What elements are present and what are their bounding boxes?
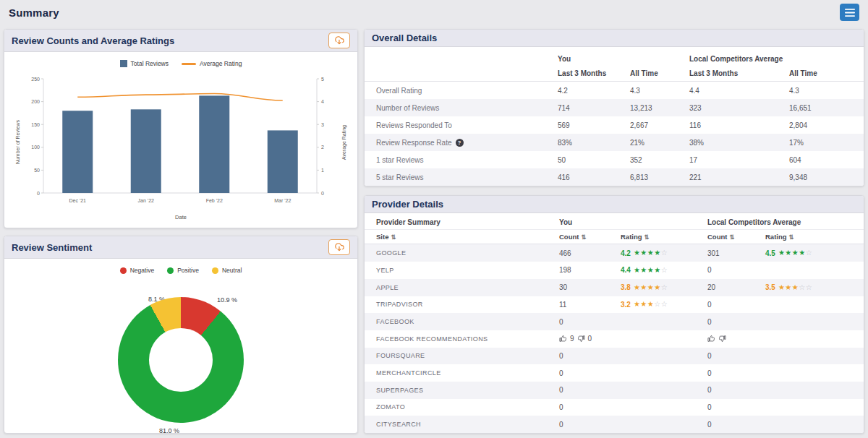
provider-site: YELP bbox=[365, 267, 548, 274]
star-rating: ★★★☆☆ bbox=[778, 284, 812, 291]
rating-cell: 4.5★★★★☆ bbox=[754, 249, 864, 257]
menu-button[interactable] bbox=[840, 4, 859, 21]
rating-number: 3.2 bbox=[621, 301, 631, 309]
metric-value: 569 bbox=[546, 121, 618, 129]
subcol-you-3months: Last 3 Months bbox=[546, 69, 618, 77]
provider-row: ZOMATO00 bbox=[365, 399, 864, 416]
sort-comp-rating[interactable]: Rating ⇅ bbox=[754, 233, 864, 241]
bar-mark bbox=[62, 111, 93, 193]
metric-value: 13,213 bbox=[618, 104, 678, 112]
thumbs-down-icon bbox=[718, 335, 726, 343]
metric-value: 323 bbox=[678, 104, 778, 112]
provider-row: FACEBOOK RECOMMENDATIONS90 bbox=[365, 330, 864, 348]
count-cell: 11 bbox=[548, 301, 609, 309]
sort-site[interactable]: Site ⇅ bbox=[365, 233, 548, 241]
metric-value: 6,813 bbox=[618, 173, 678, 181]
panel-title: Provider Details bbox=[372, 199, 443, 210]
negative-legend-marker bbox=[120, 267, 127, 274]
metric-value: 604 bbox=[778, 156, 864, 164]
subcol-comp-alltime: All Time bbox=[778, 69, 864, 77]
metric-label-text: 5 star Reviews bbox=[376, 173, 424, 181]
x-axis-tick: Dec '21 bbox=[69, 198, 86, 203]
left-axis-tick: 50 bbox=[34, 168, 40, 173]
count-cell: 0 bbox=[548, 421, 609, 429]
overall-details-row: Review Response Rate?83%21%38%17% bbox=[365, 134, 864, 151]
sort-you-count[interactable]: Count ⇅ bbox=[548, 233, 609, 241]
metric-value: 4.3 bbox=[778, 87, 864, 95]
column-label: Site bbox=[376, 233, 388, 241]
legend-item-total-reviews[interactable]: Total Reviews bbox=[120, 60, 169, 67]
metric-value: 17 bbox=[678, 156, 778, 164]
count-cell: 0 bbox=[696, 301, 754, 309]
rating-number: 3.5 bbox=[765, 283, 775, 291]
provider-site: CITYSEARCH bbox=[365, 421, 548, 428]
thumbs-up-icon bbox=[559, 335, 567, 343]
provider-row: CITYSEARCH00 bbox=[365, 416, 864, 433]
provider-row: FACEBOOK00 bbox=[365, 313, 864, 330]
metric-value: 17% bbox=[778, 139, 864, 147]
legend-item-neutral[interactable]: Neutral bbox=[212, 267, 242, 274]
sort-comp-count[interactable]: Count ⇅ bbox=[696, 233, 754, 241]
provider-site: TRIPADVISOR bbox=[365, 301, 548, 308]
sentiment-chart-area: 8.1 % 10.9 % 81.0 % bbox=[4, 274, 357, 433]
x-axis-title: Date bbox=[4, 214, 357, 220]
count-cell: 20 bbox=[696, 283, 754, 291]
star-rating: ★★★★☆ bbox=[778, 249, 812, 257]
provider-site: MERCHANTCIRCLE bbox=[365, 369, 548, 377]
export-review-counts-button[interactable] bbox=[328, 33, 350, 48]
legend-label: Total Reviews bbox=[131, 60, 169, 67]
provider-site: SUPERPAGES bbox=[365, 387, 548, 394]
sentiment-donut[interactable] bbox=[118, 297, 244, 423]
star-rating: ★★★★☆ bbox=[634, 249, 668, 257]
sort-icon: ⇅ bbox=[729, 233, 734, 241]
provider-row: GOOGLE4664.2★★★★☆3014.5★★★★☆ bbox=[365, 244, 864, 262]
metric-value: 416 bbox=[546, 173, 618, 181]
metric-value: 2,804 bbox=[778, 121, 864, 129]
count-cell: 0 bbox=[548, 369, 609, 377]
sort-you-rating[interactable]: Rating ⇅ bbox=[609, 233, 696, 241]
review-sentiment-panel: Review Sentiment Negative Positive bbox=[4, 236, 358, 434]
column-label: Count bbox=[559, 233, 579, 241]
rating-cell: 4.4★★★★☆ bbox=[609, 266, 696, 274]
left-axis-title: Number of Reviews bbox=[15, 120, 20, 164]
legend-item-positive[interactable]: Positive bbox=[167, 267, 199, 274]
export-sentiment-button[interactable] bbox=[328, 239, 350, 255]
overall-details-row: 1 star Reviews5035217604 bbox=[365, 151, 864, 168]
count-cell: 0 bbox=[548, 403, 609, 411]
provider-row: MERCHANTCIRCLE00 bbox=[365, 364, 864, 382]
panel-title: Review Counts and Average Ratings bbox=[12, 35, 174, 46]
provider-site: FACEBOOK RECOMMENDATIONS bbox=[365, 335, 548, 343]
overall-details-row: Overall Rating4.24.34.44.3 bbox=[365, 82, 864, 99]
legend-item-average-rating[interactable]: Average Rating bbox=[182, 60, 242, 67]
review-counts-chart[interactable]: 050100150200250012345Dec '21Jan '22Feb '… bbox=[20, 72, 341, 213]
group-provider-summary: Provider Summary bbox=[365, 218, 548, 226]
legend-item-negative[interactable]: Negative bbox=[120, 267, 155, 274]
count-cell: 30 bbox=[548, 283, 609, 291]
metric-value: 83% bbox=[546, 139, 618, 147]
column-label: Rating bbox=[765, 233, 787, 241]
positive-legend-marker bbox=[167, 267, 174, 274]
group-competitors: Local Competitors Average bbox=[678, 55, 864, 63]
neutral-legend-marker bbox=[212, 267, 218, 274]
overall-details-row: 5 star Reviews4166,8132219,348 bbox=[365, 168, 864, 186]
left-axis-tick: 200 bbox=[31, 99, 40, 104]
top-bar: Summary bbox=[0, 0, 868, 25]
metric-label: Reviews Responded To bbox=[365, 121, 546, 129]
thumbs-down-icon bbox=[577, 335, 585, 343]
group-you: You bbox=[546, 55, 678, 63]
rating-number: 3.8 bbox=[621, 283, 631, 291]
metric-value: 50 bbox=[546, 156, 618, 164]
overall-details-group-header: You Local Competitors Average bbox=[365, 47, 864, 66]
metric-label: Overall Rating bbox=[365, 87, 546, 95]
help-icon[interactable]: ? bbox=[456, 139, 464, 147]
count-cell: 301 bbox=[696, 249, 754, 257]
metric-label: 1 star Reviews bbox=[365, 156, 546, 164]
sort-icon: ⇅ bbox=[644, 233, 650, 241]
provider-row: TRIPADVISOR113.2★★★☆☆0 bbox=[365, 296, 864, 314]
thumbs-cell bbox=[696, 335, 754, 343]
overall-details-panel-header: Overall Details bbox=[365, 30, 864, 47]
x-axis-tick: Jan '22 bbox=[138, 198, 154, 203]
metric-label-text: Reviews Responded To bbox=[376, 121, 452, 129]
provider-row: SUPERPAGES00 bbox=[365, 382, 864, 399]
provider-site: FOURSQUARE bbox=[365, 352, 548, 359]
